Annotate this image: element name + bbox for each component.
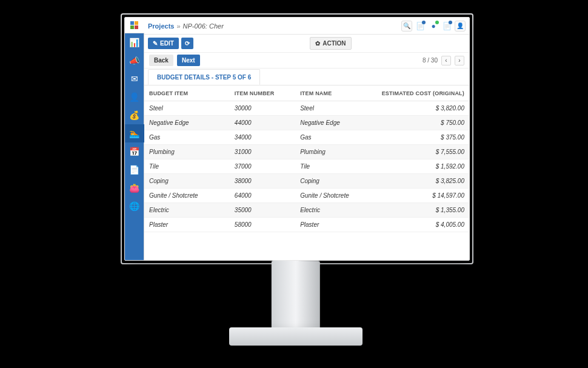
breadcrumb-root[interactable]: Projects (148, 22, 174, 30)
action-toolbar: ✎ EDIT ⟳ ✿ ACTION (144, 35, 469, 53)
cell-item-number: 64000 (235, 192, 300, 199)
money-bag-icon: 💰 (129, 110, 139, 120)
col-estimated-cost[interactable]: ESTIMATED COST (ORIGINAL) (379, 90, 464, 96)
sidebar-item-calendar[interactable]: 📅 (125, 142, 144, 161)
cell-item-name: Gunite / Shotcrete (300, 192, 379, 199)
cell-estimated-cost: $ 3,820.00 (379, 105, 464, 112)
tab-budget-details[interactable]: BUDGET DETAILS - STEP 5 OF 6 (148, 69, 260, 85)
mail-icon: ✉ (131, 74, 138, 84)
megaphone-icon: 📣 (129, 56, 139, 65)
cell-estimated-cost: $ 14,597.00 (379, 192, 464, 199)
col-item-name[interactable]: ITEM NAME (300, 90, 379, 96)
sidebar-item-expenses[interactable]: 👛 (125, 179, 144, 197)
next-page-button[interactable]: › (455, 56, 464, 65)
cell-estimated-cost: $ 1,592.00 (379, 163, 464, 170)
edit-button[interactable]: ✎ EDIT (148, 38, 179, 49)
app-window: 📊📣✉👤💰🏊📅📄👛🌐 Projects » NP-006: Cher 🔍 📄 ●… (124, 17, 470, 261)
cell-item-number: 35000 (235, 207, 300, 213)
action-button[interactable]: ✿ ACTION (310, 37, 351, 50)
table-header: BUDGET ITEM ITEM NUMBER ITEM NAME ESTIMA… (144, 85, 469, 101)
tab-strip: BUDGET DETAILS - STEP 5 OF 6 (144, 69, 469, 85)
alerts-icon[interactable]: ● (428, 21, 439, 32)
page-info: 8 / 30 (423, 57, 438, 64)
sidebar: 📊📣✉👤💰🏊📅📄👛🌐 (125, 18, 144, 260)
table-row[interactable]: Steel30000Steel$ 3,820.00 (144, 101, 469, 116)
cell-budget-item: Coping (149, 178, 235, 184)
cell-estimated-cost: $ 375.00 (379, 134, 464, 141)
table-row[interactable]: Coping38000Coping$ 3,825.00 (144, 174, 469, 189)
sidebar-item-mail[interactable]: ✉ (125, 70, 144, 88)
cell-estimated-cost: $ 3,825.00 (379, 178, 464, 184)
chevron-left-icon: ‹ (445, 57, 447, 64)
table-row[interactable]: Tile37000Tile$ 1,592.00 (144, 159, 469, 174)
chart-icon: 📊 (129, 38, 139, 47)
sidebar-item-campaigns[interactable]: 📣 (125, 52, 144, 70)
notes-icon[interactable]: 📄 (415, 21, 426, 32)
gear-icon: ✿ (315, 40, 320, 47)
sidebar-item-dashboard[interactable]: 📊 (125, 33, 144, 52)
cell-item-number: 44000 (235, 119, 300, 126)
cell-item-name: Electric (300, 207, 379, 213)
globe-icon: 🌐 (129, 201, 139, 211)
col-item-number[interactable]: ITEM NUMBER (235, 90, 300, 96)
cell-item-name: Negative Edge (300, 119, 379, 126)
monitor-stand (229, 261, 362, 352)
cell-item-number: 34000 (235, 134, 300, 141)
document-icon: 📄 (129, 165, 139, 175)
refresh-icon: ⟳ (185, 40, 190, 47)
cell-budget-item: Electric (149, 207, 235, 213)
chevron-right-icon: › (458, 57, 460, 64)
cell-item-number: 58000 (235, 221, 300, 228)
cell-item-name: Gas (300, 134, 379, 141)
table-row[interactable]: Plumbing31000Plumbing$ 7,555.00 (144, 145, 469, 159)
table-row[interactable]: Gas34000Gas$ 375.00 (144, 130, 469, 145)
cell-item-name: Tile (300, 163, 379, 170)
table-row[interactable]: Plaster58000Plaster$ 4,005.00 (144, 218, 469, 232)
action-button-label: ACTION (322, 40, 346, 47)
cell-budget-item: Steel (149, 105, 235, 112)
cell-estimated-cost: $ 750.00 (379, 119, 464, 126)
cell-budget-item: Plaster (149, 221, 235, 228)
edit-button-label: EDIT (160, 40, 174, 47)
cell-item-name: Steel (300, 105, 379, 112)
table-row[interactable]: Electric35000Electric$ 1,355.00 (144, 203, 469, 218)
main-content: Projects » NP-006: Cher 🔍 📄 ● 📄 👤 ✎ EDIT… (144, 18, 469, 260)
cell-item-name: Plumbing (300, 149, 379, 155)
cell-item-number: 30000 (235, 105, 300, 112)
back-button[interactable]: Back (149, 55, 173, 66)
pool-icon: 🏊 (129, 129, 139, 138)
budget-table: BUDGET ITEM ITEM NUMBER ITEM NAME ESTIMA… (144, 85, 469, 260)
cell-item-name: Plaster (300, 221, 379, 228)
cell-item-name: Coping (300, 178, 379, 184)
sidebar-item-documents[interactable]: 📄 (125, 161, 144, 179)
cell-estimated-cost: $ 1,355.00 (379, 207, 464, 213)
topbar: Projects » NP-006: Cher 🔍 📄 ● 📄 👤 (144, 18, 469, 35)
cell-budget-item: Tile (149, 163, 235, 170)
breadcrumb-current: NP-006: Cher (183, 22, 224, 30)
cell-estimated-cost: $ 4,005.00 (379, 221, 464, 228)
next-button[interactable]: Next (177, 55, 200, 66)
sidebar-item-billing[interactable]: 💰 (125, 106, 144, 124)
app-logo (125, 18, 144, 33)
sidebar-item-pools[interactable]: 🏊 (125, 124, 144, 142)
cell-budget-item: Gas (149, 134, 235, 141)
col-budget-item[interactable]: BUDGET ITEM (149, 90, 235, 96)
cell-budget-item: Gunite / Shotcrete (149, 192, 235, 199)
person-icon: 👤 (129, 92, 139, 102)
user-avatar-icon[interactable]: 👤 (455, 21, 466, 32)
refresh-button[interactable]: ⟳ (181, 38, 193, 49)
breadcrumb-separator-icon: » (176, 22, 180, 30)
table-row[interactable]: Negative Edge44000Negative Edge$ 750.00 (144, 116, 469, 130)
sidebar-item-globe[interactable]: 🌐 (125, 197, 144, 215)
prev-page-button[interactable]: ‹ (441, 56, 451, 65)
cell-item-number: 38000 (235, 178, 300, 184)
logo-icon (130, 21, 138, 29)
wallet-icon: 👛 (129, 183, 139, 193)
messages-icon[interactable]: 📄 (441, 21, 452, 32)
search-icon[interactable]: 🔍 (401, 21, 412, 32)
table-row[interactable]: Gunite / Shotcrete64000Gunite / Shotcret… (144, 189, 469, 203)
cell-item-number: 31000 (235, 149, 300, 155)
sidebar-item-contacts[interactable]: 👤 (125, 88, 144, 106)
cell-estimated-cost: $ 7,555.00 (379, 149, 464, 155)
cell-item-number: 37000 (235, 163, 300, 170)
